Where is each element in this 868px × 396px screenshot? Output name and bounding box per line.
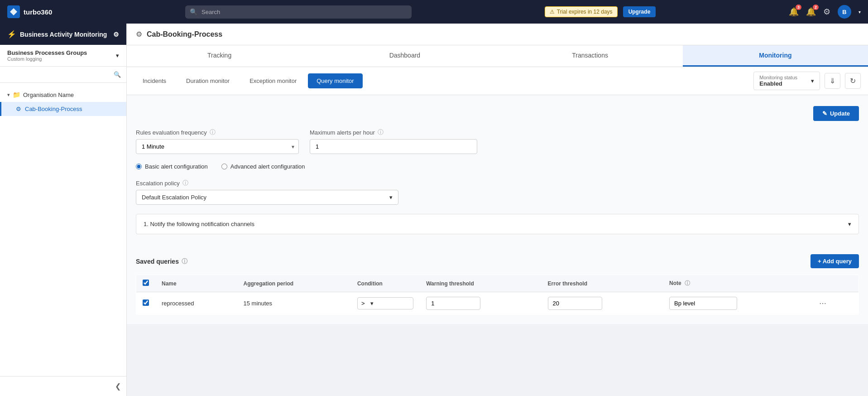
condition-select-wrap[interactable]: > < >= <= = ▾ xyxy=(357,297,413,309)
th-name: Name xyxy=(155,275,237,292)
saved-queries-title: Saved queries ⓘ xyxy=(136,257,187,266)
error-threshold-input[interactable] xyxy=(548,297,602,310)
tab-tracking[interactable]: Tracking xyxy=(127,45,312,67)
tab-monitoring[interactable]: Monitoring xyxy=(683,45,868,67)
notify-header[interactable]: 1. Notify the following notification cha… xyxy=(136,214,858,234)
sidebar-search-input[interactable] xyxy=(5,71,111,78)
escalation-row: Escalation policy ⓘ Default Escalation P… xyxy=(136,179,859,205)
module-title: Business Activity Monitoring xyxy=(20,31,107,38)
subtab-exception-monitor[interactable]: Exception monitor xyxy=(241,73,305,88)
sidebar-collapse: ❮ xyxy=(0,376,126,396)
advanced-alert-radio-label[interactable]: Advanced alert configuration xyxy=(221,163,305,170)
search-input[interactable] xyxy=(185,5,412,19)
info-icon-escalation: ⓘ xyxy=(182,179,188,187)
basic-alert-radio[interactable] xyxy=(136,164,142,169)
th-note: Note ⓘ xyxy=(663,275,809,292)
row-name: reprocessed xyxy=(155,292,237,315)
radio-group: Basic alert configuration Advanced alert… xyxy=(136,163,859,170)
note-input[interactable] xyxy=(669,297,737,310)
th-warning: Warning threshold xyxy=(420,275,541,292)
more-actions-button[interactable]: ⋯ xyxy=(815,297,830,309)
select-all-checkbox[interactable] xyxy=(143,280,149,286)
nav-icons: 🔔3 🔔2 ⚙ B ▾ xyxy=(789,5,861,19)
sub-tabs-row: Incidents Duration monitor Exception mon… xyxy=(127,67,868,95)
sidebar-subheader-left: Business Processes Groups Custom logging xyxy=(7,49,87,62)
folder-icon: 📁 xyxy=(13,91,20,98)
sidebar-content: ▾ 📁 Organisation Name ⚙ Cab-Booking-Proc… xyxy=(0,83,126,376)
chevron-down-icon: ▾ xyxy=(811,77,814,84)
search-icon[interactable]: 🔍 xyxy=(114,71,121,78)
refresh-button[interactable]: ↻ xyxy=(845,73,861,89)
notification-badge-1: 3 xyxy=(796,5,801,10)
th-error: Error threshold xyxy=(542,275,663,292)
sidebar: ⚡ Business Activity Monitoring ⚙ Busines… xyxy=(0,24,127,396)
escalation-select[interactable]: Default Escalation Policy ▾ xyxy=(136,190,398,205)
row-actions: ⋯ xyxy=(809,292,859,315)
notify-section: 1. Notify the following notification cha… xyxy=(136,214,859,234)
tab-transactions[interactable]: Transactions xyxy=(498,45,683,67)
process-header-icon: ⚙ xyxy=(136,30,142,39)
sidebar-header: ⚡ Business Activity Monitoring ⚙ xyxy=(0,24,126,45)
max-alerts-label: Maximum alerts per hour ⓘ xyxy=(310,128,477,136)
row-checkbox[interactable] xyxy=(143,299,149,306)
max-alerts-input[interactable] xyxy=(310,139,477,154)
condition-select[interactable]: > < >= <= = xyxy=(361,300,369,307)
warning-threshold-input[interactable] xyxy=(426,297,480,310)
settings-button[interactable]: ⚙ xyxy=(823,7,830,17)
notifications-button-1[interactable]: 🔔3 xyxy=(789,7,799,17)
process-name: Cab-Booking-Process xyxy=(25,106,82,112)
export-button[interactable]: ⇓ xyxy=(825,73,840,89)
table-body: reprocessed 15 minutes > < >= xyxy=(136,292,859,315)
info-icon-saved-queries: ⓘ xyxy=(182,257,187,266)
row-aggregation: 15 minutes xyxy=(237,292,351,315)
subtab-duration-monitor[interactable]: Duration monitor xyxy=(177,73,238,88)
chevron-down-icon: ▾ xyxy=(389,194,393,201)
subtab-incidents[interactable]: Incidents xyxy=(134,73,175,88)
logo-icon xyxy=(7,5,20,18)
advanced-alert-radio[interactable] xyxy=(221,164,227,169)
chevron-down-icon: ▾ xyxy=(370,300,374,307)
notifications-button-2[interactable]: 🔔2 xyxy=(806,7,816,17)
avatar[interactable]: B xyxy=(838,5,851,19)
form-row-top: Rules evaluation frequency ⓘ 1 Minute 5 … xyxy=(136,128,859,154)
max-alerts-group: Maximum alerts per hour ⓘ xyxy=(310,128,477,154)
info-icon-note: ⓘ xyxy=(685,280,690,286)
notify-title: 1. Notify the following notification cha… xyxy=(144,221,254,227)
nav-group-sub: Custom logging xyxy=(7,56,87,62)
row-condition: > < >= <= = ▾ xyxy=(351,292,420,315)
tab-dashboard[interactable]: Dashboard xyxy=(312,45,497,67)
monitoring-status-wrap: Monitoring status Enabled ▾ ⇓ ↻ xyxy=(753,72,861,90)
chevron-down-icon: ▾ xyxy=(858,10,861,14)
sidebar-search: 🔍 xyxy=(0,67,126,83)
row-checkbox-cell xyxy=(136,292,156,315)
nav-group-title: Business Processes Groups xyxy=(7,49,87,56)
logo[interactable]: turbo360 xyxy=(7,5,52,18)
org-name: Organisation Name xyxy=(23,92,74,98)
update-button[interactable]: ✎ Update xyxy=(813,106,859,121)
table-row: reprocessed 15 minutes > < >= xyxy=(136,292,859,315)
settings-icon[interactable]: ⚙ xyxy=(113,31,119,38)
info-icon-freq: ⓘ xyxy=(210,128,216,136)
subtab-query-monitor[interactable]: Query monitor xyxy=(308,73,362,88)
collapse-button[interactable]: ❮ xyxy=(115,382,121,391)
bam-icon: ⚡ xyxy=(7,30,16,39)
sidebar-subheader[interactable]: Business Processes Groups Custom logging… xyxy=(0,45,126,67)
table-header: Name Aggregation period Condition Warnin… xyxy=(136,275,859,292)
monitoring-status-dropdown[interactable]: Monitoring status Enabled ▾ xyxy=(753,72,820,90)
th-actions xyxy=(809,275,859,292)
saved-queries-section: Saved queries ⓘ + Add query Name Aggrega… xyxy=(127,254,868,324)
app-layout: ⚡ Business Activity Monitoring ⚙ Busines… xyxy=(0,24,868,396)
process-item[interactable]: ⚙ Cab-Booking-Process xyxy=(0,102,126,116)
th-checkbox xyxy=(136,275,156,292)
warning-icon: ⚠ xyxy=(550,9,555,15)
notification-badge-2: 2 xyxy=(813,5,819,10)
rules-freq-select[interactable]: 1 Minute 5 Minutes 10 Minutes 30 Minutes… xyxy=(136,139,299,154)
upgrade-button[interactable]: Upgrade xyxy=(623,6,656,17)
process-icon: ⚙ xyxy=(16,106,21,112)
org-item[interactable]: ▾ 📁 Organisation Name xyxy=(0,87,126,102)
page-title: Cab-Booking-Process xyxy=(147,30,222,39)
add-query-button[interactable]: + Add query xyxy=(810,254,859,268)
sidebar-header-left: ⚡ Business Activity Monitoring xyxy=(7,30,107,39)
basic-alert-radio-label[interactable]: Basic alert configuration xyxy=(136,163,208,170)
trial-badge: ⚠ Trial expires in 12 days xyxy=(545,6,618,17)
